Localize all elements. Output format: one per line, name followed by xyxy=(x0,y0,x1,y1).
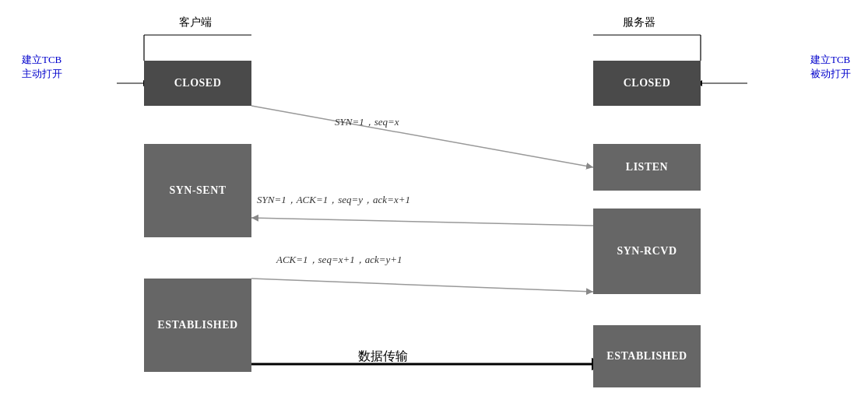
right-build-tcb-label: 建立TCB 被动打开 xyxy=(810,53,851,81)
arrows-svg xyxy=(0,0,868,410)
svg-line-9 xyxy=(251,218,593,226)
state-syn-sent: SYN-SENT xyxy=(144,144,251,237)
state-listen: LISTEN xyxy=(593,144,701,191)
state-closed-left: CLOSED xyxy=(144,61,251,106)
svg-line-10 xyxy=(251,279,593,292)
arrow3-label: ACK=1，seq=x+1，ack=y+1 xyxy=(276,253,402,267)
state-established-left: ESTABLISHED xyxy=(144,279,251,372)
state-closed-right: CLOSED xyxy=(593,61,701,106)
data-transfer-label: 数据传输 xyxy=(358,349,408,365)
left-build-tcb-label: 建立TCB 主动打开 xyxy=(22,53,62,81)
arrow1-label: SYN=1，seq=x xyxy=(335,115,399,129)
state-syn-rcvd: SYN-RCVD xyxy=(593,209,701,294)
arrow2-label: SYN=1，ACK=1，seq=y，ack=x+1 xyxy=(257,193,410,207)
diagram-container: 客户端 服务器 建立TCB 主动打开 建立TCB 被动打开 CLOSED SYN… xyxy=(0,0,868,410)
client-column-header: 客户端 xyxy=(179,16,212,30)
server-column-header: 服务器 xyxy=(623,16,655,30)
state-established-right: ESTABLISHED xyxy=(593,325,701,387)
svg-line-8 xyxy=(251,106,593,167)
